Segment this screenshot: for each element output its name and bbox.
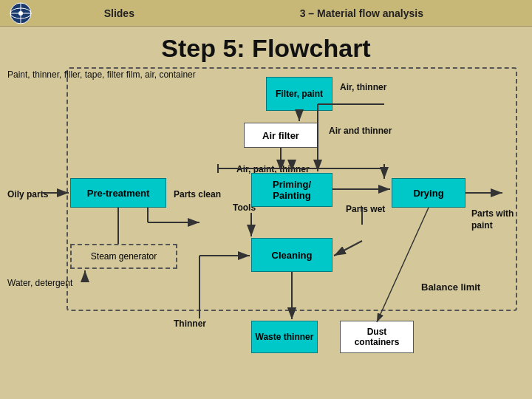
pre-treatment-box: Pre-treatment bbox=[70, 178, 166, 208]
svg-point-4 bbox=[18, 11, 23, 16]
page-title: Step 5: Flowchart bbox=[0, 34, 532, 63]
paint-thinner-label: Paint, thinner, filler, tape, filter fil… bbox=[7, 69, 196, 81]
main-content: Step 5: Flowchart Paint, thinner, filler… bbox=[0, 27, 532, 368]
air-and-thinner-label: Air and thinner bbox=[329, 126, 392, 137]
header: Slides 3 – Material flow analysis bbox=[0, 0, 532, 27]
priming-painting-box: Priming/ Painting bbox=[251, 173, 332, 207]
water-detergent-label: Water, detergent bbox=[7, 278, 72, 290]
cleaning-box: Cleaning bbox=[251, 238, 332, 272]
filter-paint-box: Filter, paint bbox=[266, 77, 332, 111]
section-label: 3 – Material flow analysis bbox=[200, 7, 523, 19]
slides-label: Slides bbox=[38, 7, 200, 19]
parts-with-paint-label: Parts with paint bbox=[471, 208, 532, 231]
steam-generator-box: Steam generator bbox=[70, 244, 177, 269]
parts-wet-label: Parts wet bbox=[346, 204, 385, 216]
air-filter-box: Air filter bbox=[244, 123, 318, 148]
dust-containers-box: Dust containers bbox=[340, 321, 414, 353]
thinner-label: Thinner bbox=[174, 318, 206, 330]
balance-limit-label: Balance limit bbox=[421, 282, 480, 294]
air-thinner-label: Air, thinner bbox=[340, 82, 386, 94]
logo-icon bbox=[9, 1, 33, 25]
oily-parts-label: Oily parts bbox=[7, 189, 48, 201]
drying-box: Drying bbox=[392, 178, 466, 208]
parts-clean-label: Parts clean bbox=[174, 189, 221, 201]
waste-thinner-box: Waste thinner bbox=[251, 321, 318, 353]
